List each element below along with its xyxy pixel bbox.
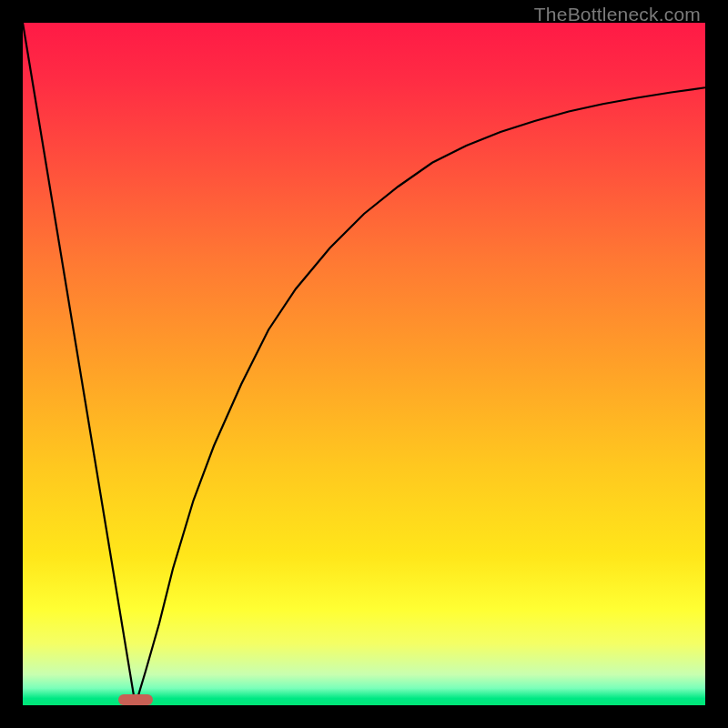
chart-frame: TheBottleneck.com [0, 0, 728, 728]
left-line [23, 23, 136, 705]
right-curve [136, 87, 705, 705]
watermark-text: TheBottleneck.com [534, 4, 701, 25]
ideal-marker [118, 694, 153, 705]
plot-area [23, 23, 705, 705]
curves-layer [23, 23, 705, 705]
